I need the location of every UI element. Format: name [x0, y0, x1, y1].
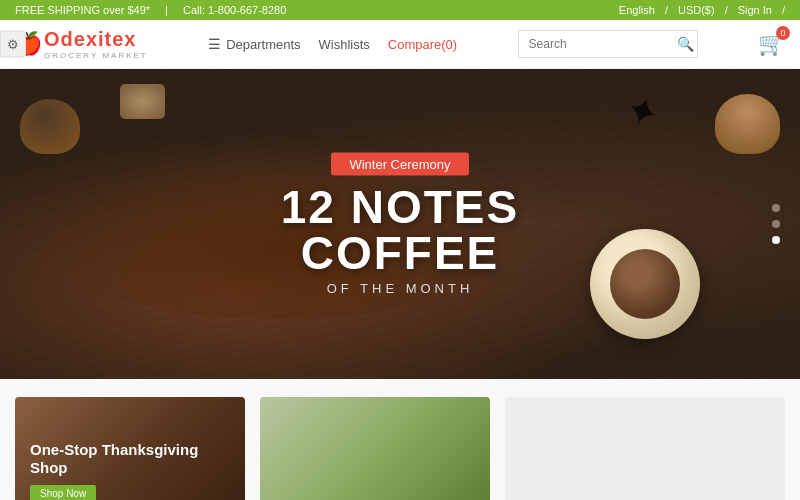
- muffin-left: [20, 99, 80, 154]
- coffee-cup: [590, 229, 700, 339]
- hamburger-icon: ☰: [208, 36, 221, 52]
- search-icon: 🔍: [677, 36, 694, 52]
- logo-text: Odexitex GROCERY MARKET: [44, 28, 148, 60]
- top-bar-right: English / USD($) / Sign In /: [619, 4, 785, 16]
- logo[interactable]: 🍎 Odexitex GROCERY MARKET: [15, 28, 148, 60]
- language-selector[interactable]: English: [619, 4, 655, 16]
- slider-dots: [772, 204, 780, 244]
- hero-banner: ✦ Winter Ceremony 12 NOTES COFFEE OF THE…: [0, 69, 800, 379]
- hero-title: 12 NOTES COFFEE: [200, 184, 600, 276]
- wishlists-link[interactable]: Wishlists: [319, 37, 370, 52]
- muffin-right: [715, 94, 780, 154]
- top-bar-divider2: /: [665, 4, 668, 16]
- slider-dot-1[interactable]: [772, 204, 780, 212]
- shipping-text: FREE SHIPPING over $49*: [15, 4, 150, 16]
- product-card-1-btn[interactable]: Shop Now: [30, 485, 96, 500]
- search-bar[interactable]: 🔍: [518, 30, 698, 58]
- phone-text: Call: 1-800-667-8280: [183, 4, 286, 16]
- logo-brand: Odexitex: [44, 28, 148, 51]
- logo-sub: GROCERY MARKET: [44, 51, 148, 60]
- hero-content: Winter Ceremony 12 NOTES COFFEE OF THE M…: [200, 153, 600, 296]
- slider-dot-2[interactable]: [772, 220, 780, 228]
- product-card-2[interactable]: [260, 397, 490, 500]
- divider: |: [165, 4, 168, 16]
- hero-badge: Winter Ceremony: [331, 153, 468, 176]
- logo-o: O: [44, 28, 61, 50]
- hero-subtitle: OF THE MONTH: [200, 281, 600, 296]
- empty-card-1: [505, 397, 785, 500]
- top-bar: FREE SHIPPING over $49* | Call: 1-800-66…: [0, 0, 800, 20]
- product-card-1[interactable]: One-Stop ThanksgivingShop Shop Now: [15, 397, 245, 500]
- product-card-1-title: One-Stop ThanksgivingShop: [30, 441, 198, 477]
- compare-link[interactable]: Compare(0): [388, 37, 457, 52]
- currency-selector[interactable]: USD($): [678, 4, 715, 16]
- top-bar-divider3: /: [725, 4, 728, 16]
- settings-gear[interactable]: ⚙: [0, 31, 26, 58]
- sugar-cube: [120, 84, 165, 119]
- search-input[interactable]: [519, 32, 669, 56]
- top-bar-left: FREE SHIPPING over $49* | Call: 1-800-66…: [15, 4, 286, 16]
- main-nav: ☰ Departments Wishlists Compare(0): [208, 36, 457, 52]
- header: ⚙ 🍎 Odexitex GROCERY MARKET ☰ Department…: [0, 20, 800, 69]
- products-section: One-Stop ThanksgivingShop Shop Now: [0, 379, 800, 500]
- gear-icon: ⚙: [7, 37, 19, 52]
- departments-menu[interactable]: ☰ Departments: [208, 36, 300, 52]
- departments-label: Departments: [226, 37, 300, 52]
- slider-dot-3[interactable]: [772, 236, 780, 244]
- product-card-1-content: One-Stop ThanksgivingShop Shop Now: [30, 441, 198, 500]
- cart-icon[interactable]: 🛒 0: [758, 31, 785, 57]
- logo-name: dexitex: [61, 28, 137, 50]
- signin-link[interactable]: Sign In: [738, 4, 772, 16]
- search-button[interactable]: 🔍: [669, 31, 698, 57]
- cart-badge: 0: [776, 26, 790, 40]
- top-bar-divider4: /: [782, 4, 785, 16]
